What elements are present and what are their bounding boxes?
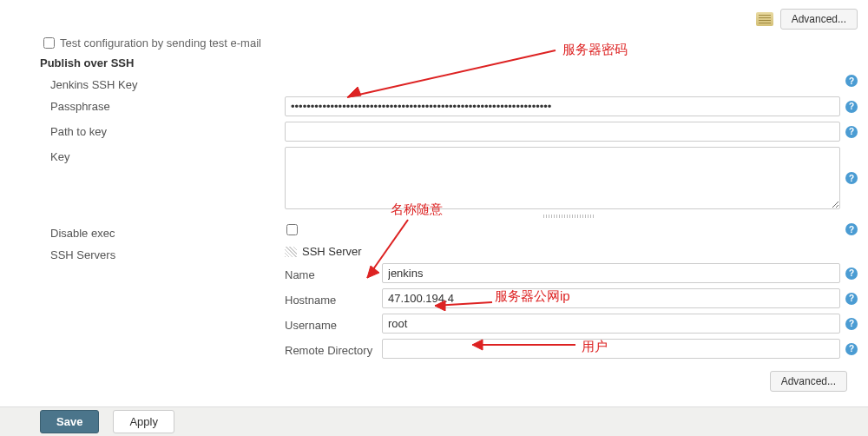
disable-exec-label: Disable exec <box>50 223 285 240</box>
passphrase-label: Passphrase <box>50 96 285 113</box>
path-to-key-input[interactable] <box>285 122 840 142</box>
test-config-checkbox[interactable] <box>43 37 55 49</box>
ssh-servers-label: SSH Servers <box>50 245 285 261</box>
test-config-label: Test configuration by sending test e-mai… <box>60 36 261 50</box>
advanced-button-bottom[interactable]: Advanced... <box>770 371 847 392</box>
ssh-name-label: Name <box>285 265 382 281</box>
ssh-remote-dir-input[interactable] <box>382 339 840 359</box>
help-icon[interactable]: ? <box>845 318 858 330</box>
apply-button[interactable]: Apply <box>113 410 174 433</box>
ssh-remote-dir-label: Remote Directory <box>285 340 382 357</box>
help-icon[interactable]: ? <box>845 172 858 184</box>
ssh-username-label: Username <box>285 315 382 332</box>
button-bar: Save Apply <box>0 406 868 436</box>
passphrase-input[interactable] <box>285 96 840 116</box>
path-to-key-label: Path to key <box>50 122 285 138</box>
key-label: Key <box>50 147 285 163</box>
save-button[interactable]: Save <box>40 410 99 433</box>
ssh-server-header: SSH Server <box>302 245 362 258</box>
key-textarea[interactable] <box>285 147 840 209</box>
disable-exec-checkbox[interactable] <box>286 224 298 235</box>
help-icon[interactable]: ? <box>845 343 858 355</box>
help-icon[interactable]: ? <box>845 101 858 113</box>
textarea-resizer[interactable] <box>286 215 858 220</box>
help-icon[interactable]: ? <box>845 126 858 138</box>
grip-icon[interactable] <box>285 247 297 257</box>
help-icon[interactable]: ? <box>845 223 858 235</box>
help-icon[interactable]: ? <box>845 75 858 87</box>
ssh-hostname-input[interactable] <box>382 288 840 308</box>
ssh-username-input[interactable] <box>382 314 840 334</box>
help-icon[interactable]: ? <box>845 293 858 305</box>
drag-handle-icon[interactable] <box>756 12 773 26</box>
help-icon[interactable]: ? <box>845 268 858 280</box>
ssh-hostname-label: Hostname <box>285 290 382 307</box>
section-heading-publish-ssh: Publish over SSH <box>40 56 858 69</box>
ssh-name-input[interactable] <box>382 263 840 283</box>
jenkins-ssh-key-label: Jenkins SSH Key <box>50 75 285 91</box>
advanced-button-top[interactable]: Advanced... <box>780 9 858 30</box>
